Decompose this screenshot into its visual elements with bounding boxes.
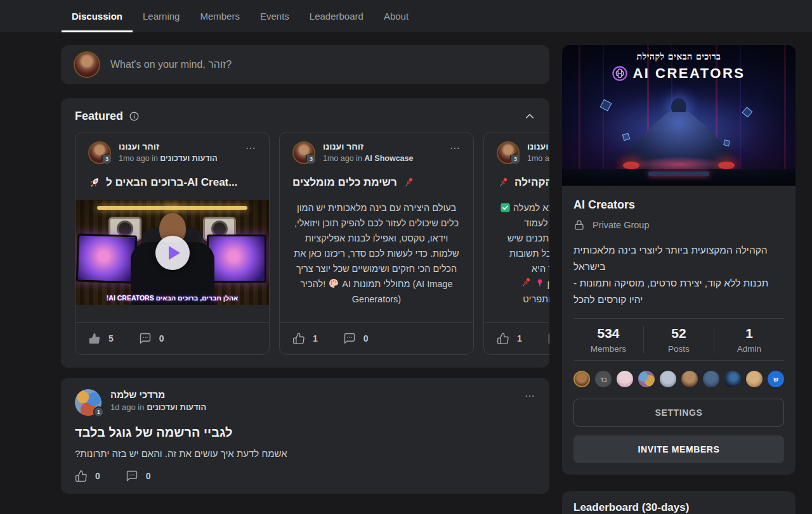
post-engagement-bar: 0 0: [75, 470, 535, 482]
floating-cube: [742, 107, 753, 118]
like-count: 1: [313, 333, 318, 344]
main-column: What's on your mind, זוהר? Featured 3 ז: [61, 32, 549, 514]
post-title[interactable]: ברוכים הבאים ל-AI Creat...: [75, 176, 269, 189]
featured-card-header: 3 זוהר וענונו 1mo ago in AI Showcase: [280, 141, 473, 164]
invite-members-button[interactable]: INVITE MEMBERS: [573, 435, 784, 463]
member-avatar[interactable]: בד: [595, 371, 612, 387]
comment-count: 0: [146, 471, 151, 481]
post-engagement-bar: 5 0: [75, 322, 269, 354]
post-title[interactable]: לגביי הרשמה של גוגל בלבד: [75, 425, 535, 440]
tab-about[interactable]: About: [374, 0, 419, 32]
author-avatar[interactable]: 3: [497, 141, 520, 164]
like-control[interactable]: 5: [88, 332, 114, 345]
post-composer[interactable]: What's on your mind, זוהר?: [61, 45, 549, 84]
banner-desk: [562, 169, 796, 186]
post-title[interactable]: איך עובדת הקהילה: [484, 176, 549, 189]
floating-cube: [622, 133, 631, 141]
chevron-up-icon[interactable]: [524, 111, 535, 122]
comment-control[interactable]: 0: [139, 332, 164, 345]
featured-card-tools[interactable]: 3 זוהר וענונו 1mo ago in AI Showcase: [279, 132, 474, 355]
group-sidebar: ברוכים הבאים לקהילת AI CREATORS AI Creat…: [562, 32, 796, 514]
stat-members[interactable]: 534 Members: [573, 326, 643, 354]
featured-card-community-guide[interactable]: 3 זוהר וענונו 1mo ago in הודעות ועדכונים: [483, 132, 549, 355]
body-line: לפרסם פוסט. בנוסף ניתן: [495, 276, 549, 292]
tab-members[interactable]: Members: [190, 0, 250, 32]
author-name[interactable]: זוהר וענונו: [119, 141, 237, 151]
member-avatar[interactable]: [703, 371, 719, 387]
video-caption: אהלן חברים, ברוכים הבאים AI CREATORS!: [107, 294, 238, 302]
post-title-text: רשימת כלים מומלצים: [292, 176, 397, 189]
stat-label: Members: [573, 344, 643, 354]
kebab-menu-icon[interactable]: [449, 143, 461, 154]
post-meta: 1mo ago in הודעות ועדכונים: [527, 154, 549, 163]
comment-icon[interactable]: [343, 332, 356, 345]
comment-control[interactable]: 0: [343, 332, 369, 345]
info-icon[interactable]: [129, 111, 140, 122]
member-avatar[interactable]: [681, 371, 698, 387]
member-avatar[interactable]: [617, 371, 633, 387]
stat-value: 52: [644, 326, 714, 341]
post-meta: 1d ago in הודעות ועדכונים: [110, 402, 515, 412]
thumbs-up-icon[interactable]: [497, 332, 509, 345]
featured-title: Featured: [75, 110, 123, 123]
member-avatar[interactable]: [724, 371, 741, 387]
group-banner-image: ברוכים הבאים לקהילת AI CREATORS: [562, 45, 796, 186]
floating-cube: [723, 139, 730, 146]
kebab-menu-icon[interactable]: [524, 390, 535, 402]
member-avatars-row: בד ש: [573, 371, 784, 387]
video-thumbnail[interactable]: אהלן חברים, ברוכים הבאים AI CREATORS!: [75, 200, 269, 305]
tab-learning[interactable]: Learning: [133, 0, 190, 32]
post-time: 1mo ago in: [527, 154, 549, 163]
author-avatar[interactable]: 1: [75, 389, 102, 416]
member-avatar[interactable]: [660, 371, 676, 387]
tab-discussion[interactable]: Discussion: [62, 0, 133, 32]
post-title-text: איך עובדת הקהילה: [514, 176, 549, 189]
comment-icon[interactable]: [547, 332, 549, 345]
post-space-link[interactable]: AI Showcase: [364, 154, 413, 163]
post-body-preview: בעולם היצירה עם בינה מלאכותית יש המון כל…: [280, 200, 473, 307]
body-text: AI מחוללי תמונות (AI Image Generators): [342, 279, 452, 304]
stat-posts[interactable]: 52 Posts: [643, 326, 714, 354]
like-control[interactable]: 1: [292, 332, 318, 345]
stat-admins[interactable]: 1 Admin: [714, 326, 784, 354]
author-name[interactable]: מרדכי שלמה: [110, 389, 515, 400]
comment-control[interactable]: 0: [547, 332, 549, 345]
post-title[interactable]: רשימת כלים מומלצים: [280, 176, 473, 189]
post-body: אשמח לדעת איך עושים את זה. והאם יש בזה י…: [75, 448, 535, 459]
member-avatar[interactable]: ש: [768, 371, 784, 387]
settings-button[interactable]: SETTINGS: [573, 399, 784, 427]
thumbs-up-icon[interactable]: [88, 332, 101, 345]
play-button-icon[interactable]: [155, 236, 190, 270]
level-badge: 3: [306, 153, 317, 165]
post-space-link[interactable]: הודעות ועדכונים: [160, 154, 217, 163]
author-avatar[interactable]: 3: [88, 141, 111, 164]
comment-icon[interactable]: [126, 470, 138, 482]
featured-section: Featured 3 זוהר וענונו 1mo ago in: [61, 98, 549, 368]
member-avatar[interactable]: [573, 371, 590, 387]
feed-post[interactable]: 1 מרדכי שלמה 1d ago in הודעות ועדכונים ל…: [61, 378, 549, 494]
tab-events[interactable]: Events: [250, 0, 299, 32]
like-control[interactable]: 1: [497, 332, 522, 345]
like-count: 1: [517, 333, 522, 344]
post-header: 1 מרדכי שלמה 1d ago in הודעות ועדכונים: [75, 389, 535, 416]
group-privacy: Private Group: [573, 219, 784, 231]
member-avatar[interactable]: [746, 371, 763, 387]
like-control[interactable]: 0: [75, 470, 100, 482]
author-avatar[interactable]: 3: [292, 141, 315, 164]
tab-leaderboard[interactable]: Leaderboard: [299, 0, 374, 32]
author-name[interactable]: זוהר וענונו: [323, 141, 442, 151]
kebab-menu-icon[interactable]: [245, 143, 256, 154]
thumbs-up-icon[interactable]: [292, 332, 305, 345]
group-stats: 534 Members 52 Posts 1 Admin: [573, 319, 784, 360]
post-space-link[interactable]: הודעות ועדכונים: [147, 402, 206, 412]
body-line: לנווט בין החדרים דרך התפריט: [495, 292, 549, 307]
featured-card-welcome[interactable]: 3 זוהר וענונו 1mo ago in הודעות ועדכונים: [75, 132, 270, 355]
author-name[interactable]: זוהר וענונו: [527, 141, 549, 151]
post-meta: 1mo ago in AI Showcase: [323, 154, 442, 163]
thumbs-up-icon[interactable]: [75, 470, 88, 482]
brain-icon: [612, 66, 627, 81]
comment-control[interactable]: 0: [126, 470, 151, 482]
level-badge: 3: [510, 153, 521, 165]
comment-icon[interactable]: [139, 332, 152, 345]
member-avatar[interactable]: [638, 371, 655, 387]
